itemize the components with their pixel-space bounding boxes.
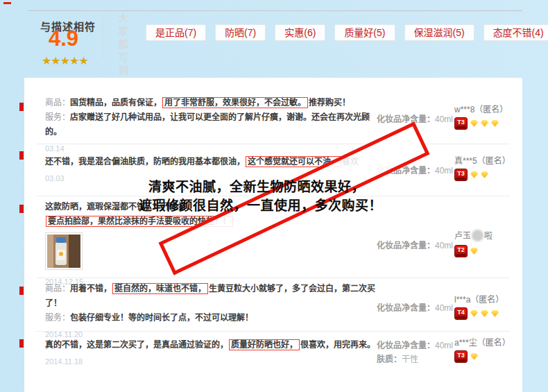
product-bottle-photo <box>47 235 80 268</box>
rating-score: 4.9 <box>49 26 78 51</box>
reviewer-name: l***a（匿名） <box>454 293 504 305</box>
reviewer-level: T3 <box>454 168 488 181</box>
annotation-text-line2: 遮瑕修颜很自然，一直使用，多次购买！ <box>139 195 382 214</box>
reviewer-level: T2 <box>454 244 478 257</box>
review-row: 商品：国货精品，品质有保证，用了非常舒服，效果很好，不会过敏。推荐购买！ 服务：… <box>45 96 386 156</box>
member-level-icon: T3 <box>454 169 468 181</box>
vertical-dashed-divider <box>103 17 103 58</box>
review-text: 服务：店家赠送了好几种试用品，让我可以更全面的了解片仔癀，谢谢。还会在再次光顾的… <box>45 110 386 139</box>
review-text: 商品：国货精品，品质有保证，用了非常舒服，效果很好，不会过敏。推荐购买！ <box>45 96 386 110</box>
review-text: 真的不错，这是第二次买了，是真品通过验证的，质量好防晒也好，很喜欢，用完再来。 <box>45 338 386 352</box>
red-mark <box>3 2 11 4</box>
member-level-icon: T3 <box>454 117 468 130</box>
sku-info: 化妆品净含量：40ml <box>377 339 453 350</box>
clipped-red-mark <box>19 103 24 111</box>
diamond-icons <box>468 350 478 361</box>
review-row: 商品：用着不错，挺自然的，味道也不错，生黄豆粒大小就够了，多了会过白，第二次买了… <box>45 282 386 342</box>
review-date: 03.14 <box>45 142 386 156</box>
product-label: 商品： <box>45 98 70 108</box>
reviewer-level: T4 <box>454 307 499 320</box>
diamond-icons <box>468 307 499 318</box>
diamond-icons <box>468 244 478 256</box>
reviewer-name: 真***5（匿名） <box>454 154 511 166</box>
tag-moisturizing[interactable]: 保湿滋润(5) <box>404 24 474 41</box>
review-row: 真的不错，这是第二次买了，是真品通过验证的，质量好防晒也好，很喜欢，用完再来。 … <box>45 338 386 369</box>
reviewer-level: T3 <box>454 350 478 363</box>
review-photo-thumbnail[interactable] <box>45 232 83 270</box>
rating-stars-icon: ★★★★★ <box>42 54 88 67</box>
diamond-icons <box>468 117 499 128</box>
everyone-writes-hint: 大家都写到 <box>115 12 130 78</box>
diamond-icons <box>468 168 488 180</box>
skin-type-info: 肤质：干性 <box>377 352 418 364</box>
red-highlight-box: 挺自然的，味道也不错， <box>112 283 208 294</box>
tag-good-value[interactable]: 实惠(6) <box>275 24 325 41</box>
header-divider <box>28 10 522 11</box>
annotation-text-line1: 清爽不油腻，全新生物防晒效果好， <box>148 176 365 195</box>
review-text: 服务：包装仔细专业！等的时间长了点，不过可以理解！ <box>45 311 386 325</box>
tag-genuine[interactable]: 是正品(7) <box>146 24 206 41</box>
product-label: 商品： <box>45 284 70 293</box>
clipped-red-mark <box>19 205 24 213</box>
sku-info: 化妆品净含量：40ml <box>377 301 453 313</box>
reviewer-level: T3 <box>454 117 499 130</box>
blurred-name-dot <box>472 230 483 241</box>
review-text: 商品：用着不错，挺自然的，味道也不错，生黄豆粒大小就够了，多了会过白，第二次买了… <box>45 282 386 311</box>
review-tag-list: 是正品(7) 防晒(7) 实惠(6) 质量好(5) 保湿滋润(5) 态度不错(4… <box>146 24 548 41</box>
clipped-red-mark <box>19 287 24 295</box>
tag-good-attitude[interactable]: 态度不错(4) <box>483 24 548 41</box>
reviewer-name: 卢玉啦 <box>454 229 493 241</box>
clipped-red-mark <box>19 339 24 348</box>
review-page: 与描述相符 4.9 ★★★★★ 大家都写到 是正品(7) 防晒(7) 实惠(6)… <box>0 0 548 392</box>
review-panel: 商品：国货精品，品质有保证，用了非常舒服，效果很好，不会过敏。推荐购买！ 服务：… <box>24 78 522 392</box>
clipped-red-mark <box>19 151 24 160</box>
member-level-icon: T3 <box>454 350 468 363</box>
red-highlight-box: 用了非常舒服，效果很好，不会过敏。 <box>162 97 308 108</box>
review-date: 2014.11.18 <box>45 355 386 369</box>
service-label: 服务： <box>45 313 70 323</box>
service-label: 服务： <box>45 112 70 122</box>
tag-good-quality[interactable]: 质量好(5) <box>334 24 395 41</box>
sku-info: 化妆品净含量：40ml <box>377 239 453 250</box>
tag-sunscreen[interactable]: 防晒(7) <box>215 24 266 41</box>
reviewer-name: a***尘（匿名） <box>454 336 511 348</box>
member-level-icon: T2 <box>454 245 468 257</box>
member-level-icon: T4 <box>454 307 468 320</box>
reviewer-name: w***8（匿名） <box>454 103 508 114</box>
red-highlight-box: 质量好防晒也好， <box>229 339 300 350</box>
